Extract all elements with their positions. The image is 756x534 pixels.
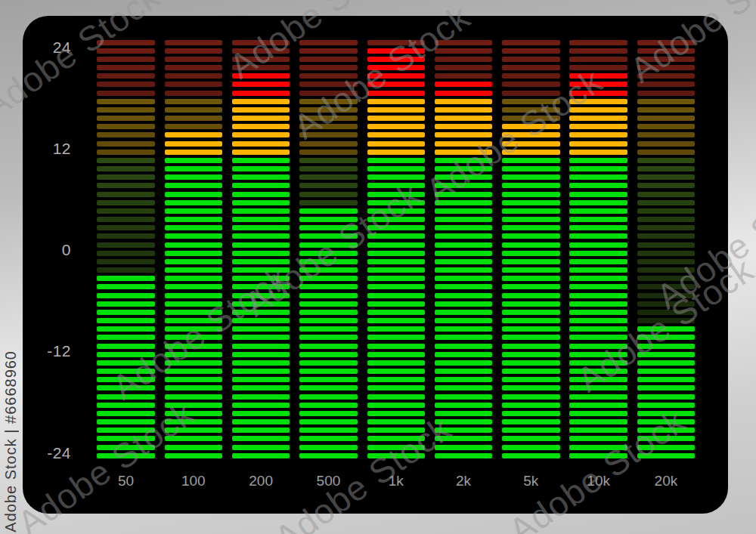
- led-segment-dim: [299, 132, 358, 137]
- equalizer-display: [0, 0, 756, 534]
- led-segment-lit: [569, 233, 627, 239]
- led-segment-lit: [165, 419, 223, 424]
- led-segment-lit: [232, 217, 290, 222]
- led-segment-lit: [502, 200, 560, 205]
- led-segment-lit: [637, 419, 696, 424]
- led-segment-lit: [502, 217, 560, 222]
- led-segment-lit: [165, 445, 223, 450]
- led-segment-lit: [299, 394, 358, 400]
- led-segment-lit: [165, 208, 223, 214]
- led-segment-lit: [367, 200, 426, 205]
- led-segment-lit: [165, 276, 223, 281]
- led-segment-lit: [165, 174, 223, 180]
- led-segment-lit: [502, 394, 560, 400]
- led-segment-lit: [232, 91, 290, 96]
- led-segment-lit: [637, 385, 696, 390]
- led-segment-dim: [232, 40, 290, 45]
- led-segment-lit: [569, 217, 627, 222]
- led-segment-lit: [502, 318, 560, 323]
- led-segment-dim: [232, 48, 290, 54]
- led-segment-lit: [299, 225, 358, 230]
- led-segment-lit: [232, 251, 290, 256]
- led-segment-lit: [637, 445, 696, 450]
- led-segment-lit: [569, 73, 627, 79]
- led-segment-dim: [637, 116, 696, 121]
- led-segment-lit: [502, 385, 560, 390]
- led-segment-dim: [97, 57, 155, 62]
- db-label--24: -24: [26, 445, 71, 461]
- led-segment-lit: [367, 318, 426, 323]
- led-segment-lit: [232, 352, 290, 357]
- led-segment-dim: [97, 242, 155, 248]
- led-segment-dim: [637, 242, 696, 248]
- led-segment-lit: [165, 242, 223, 248]
- freq-label-10k: 10k: [569, 474, 627, 489]
- led-segment-dim: [97, 174, 155, 180]
- led-segment-dim: [637, 225, 696, 230]
- led-segment-lit: [569, 360, 627, 366]
- led-segment-lit: [502, 335, 560, 340]
- led-segment-dim: [637, 57, 696, 62]
- led-segment-lit: [299, 360, 358, 366]
- led-segment-dim: [502, 116, 560, 121]
- led-segment-dim: [637, 65, 696, 70]
- led-segment-lit: [299, 259, 358, 264]
- led-segment-lit: [637, 377, 696, 382]
- led-segment-lit: [637, 326, 696, 332]
- led-segment-lit: [299, 242, 358, 248]
- led-segment-dim: [637, 82, 696, 87]
- led-segment-lit: [299, 411, 358, 416]
- led-segment-lit: [165, 251, 223, 256]
- led-segment-lit: [637, 453, 696, 458]
- led-segment-lit: [569, 428, 627, 433]
- led-segment-dim: [637, 99, 696, 104]
- led-segment-lit: [367, 453, 426, 458]
- led-segment-lit: [232, 124, 290, 129]
- led-segment-dim: [502, 91, 560, 96]
- led-segment-lit: [367, 217, 426, 222]
- led-segment-lit: [435, 428, 493, 433]
- led-segment-lit: [502, 453, 560, 458]
- led-segment-lit: [232, 436, 290, 441]
- led-segment-dim: [569, 57, 627, 62]
- led-segment-lit: [232, 360, 290, 366]
- led-segment-lit: [97, 453, 155, 458]
- led-segment-lit: [435, 301, 493, 307]
- led-segment-lit: [232, 377, 290, 382]
- led-segment-lit: [97, 403, 155, 408]
- led-segment-dim: [97, 141, 155, 147]
- led-segment-lit: [502, 403, 560, 408]
- led-segment-lit: [232, 411, 290, 416]
- led-segment-lit: [569, 200, 627, 205]
- led-segment-lit: [232, 208, 290, 214]
- led-segment-lit: [97, 445, 155, 450]
- led-segment-dim: [299, 166, 358, 171]
- led-segment-lit: [367, 445, 426, 450]
- led-segment-lit: [232, 301, 290, 307]
- led-segment-lit: [569, 318, 627, 323]
- led-segment-dim: [165, 48, 223, 54]
- led-segment-lit: [232, 242, 290, 248]
- led-segment-lit: [232, 445, 290, 450]
- led-segment-lit: [435, 385, 493, 390]
- led-segment-dim: [435, 48, 493, 54]
- led-segment-dim: [299, 116, 358, 121]
- led-segment-lit: [299, 445, 358, 450]
- led-segment-dim: [637, 107, 696, 113]
- led-segment-lit: [435, 132, 493, 137]
- led-segment-dim: [502, 57, 560, 62]
- led-segment-lit: [435, 284, 493, 289]
- led-segment-lit: [435, 318, 493, 323]
- led-segment-lit: [435, 200, 493, 205]
- led-segment-dim: [299, 141, 358, 147]
- eq-column-500: [299, 40, 358, 465]
- led-segment-lit: [435, 91, 493, 96]
- led-segment-lit: [367, 259, 426, 264]
- led-segment-lit: [97, 411, 155, 416]
- led-segment-dim: [569, 65, 627, 70]
- led-segment-lit: [569, 259, 627, 264]
- led-segment-lit: [232, 82, 290, 87]
- led-segment-lit: [367, 284, 426, 289]
- led-segment-dim: [502, 48, 560, 54]
- eq-column-20k: [637, 40, 696, 465]
